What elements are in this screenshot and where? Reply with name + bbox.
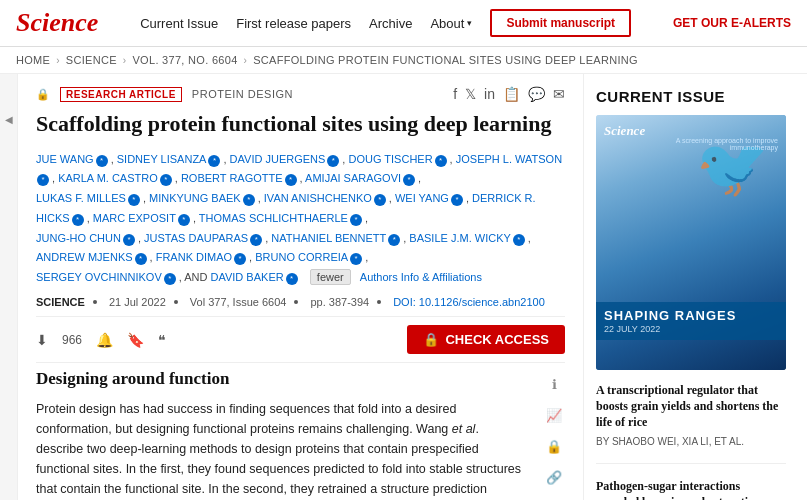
- article-meta-top: 🔒 RESEARCH ARTICLE PROTEIN DESIGN f 𝕏 in…: [36, 86, 565, 102]
- author-badge-14: *: [178, 214, 190, 226]
- author-badge-18: *: [388, 234, 400, 246]
- author-david-j[interactable]: DAVID JUERGENS: [230, 153, 326, 165]
- author-nathaniel[interactable]: NATHANIEL BENNETT: [271, 232, 386, 244]
- link-icon[interactable]: 🔗: [546, 470, 562, 485]
- site-logo[interactable]: Science: [16, 8, 98, 38]
- author-andrew[interactable]: ANDREW MJENKS: [36, 251, 133, 263]
- author-badge-17: *: [250, 234, 262, 246]
- cover-science-logo: Science: [604, 123, 645, 139]
- linkedin-icon[interactable]: in: [484, 86, 495, 102]
- social-icons: f 𝕏 in 📋 💬 ✉: [453, 86, 565, 102]
- breadcrumb-science[interactable]: SCIENCE: [66, 54, 117, 66]
- author-karla[interactable]: KARLA M. CASTRO: [58, 172, 158, 184]
- cover-tagline: A screening approach to improve: [676, 137, 778, 144]
- and-text: AND: [184, 271, 210, 283]
- fewer-button[interactable]: fewer: [310, 269, 351, 285]
- article-volume: Vol 377, Issue 6604: [190, 296, 287, 308]
- nav-first-release[interactable]: First release papers: [236, 16, 351, 31]
- article-info: SCIENCE 21 Jul 2022 Vol 377, Issue 6604 …: [36, 296, 565, 308]
- right-sidebar: CURRENT ISSUE 🐦 Science A screening appr…: [583, 74, 798, 500]
- author-badge-12: *: [451, 194, 463, 206]
- nav-current-issue[interactable]: Current Issue: [140, 16, 218, 31]
- nav-links: Current Issue First release papers Archi…: [140, 9, 631, 37]
- author-joseph[interactable]: JOSEPH L. WATSON: [456, 153, 562, 165]
- author-basile[interactable]: BASILE J.M. WICKY: [409, 232, 510, 244]
- breadcrumb-sep-1: ›: [56, 55, 60, 66]
- chart-icon[interactable]: 📈: [546, 408, 562, 423]
- author-sidney[interactable]: SIDNEY LISANZA: [117, 153, 207, 165]
- bookmark-icon[interactable]: 🔖: [127, 332, 144, 348]
- download-count: 966: [62, 333, 82, 347]
- alerts-link[interactable]: GET OUR E-ALERTS: [673, 16, 791, 30]
- affiliations-link[interactable]: Authors Info & Affiliations: [360, 271, 482, 283]
- author-sergey[interactable]: SERGEY OVCHINNIKOV: [36, 271, 162, 283]
- cover-main-title: SHAPING RANGES: [604, 308, 778, 324]
- author-robert[interactable]: ROBERT RAGOTTE: [181, 172, 283, 184]
- breadcrumb-home[interactable]: HOME: [16, 54, 50, 66]
- nav-archive[interactable]: Archive: [369, 16, 412, 31]
- article-area: 🔒 RESEARCH ARTICLE PROTEIN DESIGN f 𝕏 in…: [18, 74, 583, 500]
- article-body: Designing around function Protein design…: [36, 369, 565, 500]
- cover-title-block: SHAPING RANGES 22 JULY 2022: [596, 302, 786, 340]
- author-marc[interactable]: MARC EXPOSIT: [93, 212, 176, 224]
- author-justas[interactable]: JUSTAS DAUPARAS: [144, 232, 248, 244]
- breadcrumb: HOME › SCIENCE › VOL. 377, NO. 6604 › SC…: [0, 47, 807, 74]
- breadcrumb-vol[interactable]: VOL. 377, NO. 6604: [132, 54, 237, 66]
- reddit-icon[interactable]: 📋: [503, 86, 520, 102]
- submit-manuscript-button[interactable]: Submit manuscript: [490, 9, 631, 37]
- author-badge-16: *: [123, 234, 135, 246]
- email-icon[interactable]: ✉: [553, 86, 565, 102]
- nav-about-container: About ▾: [430, 16, 472, 31]
- doi-link[interactable]: DOI: 10.1126/science.abn2100: [393, 296, 545, 308]
- author-lukas[interactable]: LUKAS F. MILLES: [36, 192, 126, 204]
- author-david-baker[interactable]: DAVID BAKER: [211, 271, 284, 283]
- lock-icon: 🔒: [36, 88, 50, 101]
- cover-subtitle: 22 JULY 2022: [604, 324, 778, 334]
- lock-side-icon[interactable]: 🔒: [546, 439, 562, 454]
- nav-about[interactable]: About: [430, 16, 464, 31]
- author-thomas[interactable]: THOMAS SCHLICHTHAERLE: [199, 212, 348, 224]
- related-article-1-title[interactable]: A transcriptional regulator that boosts …: [596, 382, 786, 431]
- author-jue-wang[interactable]: JUE WANG: [36, 153, 94, 165]
- twitter-icon[interactable]: 𝕏: [465, 86, 476, 102]
- cover-logo-text: Science: [604, 123, 645, 138]
- author-amijai[interactable]: AMIJAI SARAGOVI: [305, 172, 401, 184]
- author-badge-19: *: [513, 234, 525, 246]
- sep-bullet-2: [174, 300, 178, 304]
- current-issue-title: CURRENT ISSUE: [596, 88, 786, 105]
- wechat-icon[interactable]: 💬: [528, 86, 545, 102]
- facebook-icon[interactable]: f: [453, 86, 457, 102]
- author-badge-4: *: [435, 155, 447, 167]
- action-bar: ⬇ 966 🔔 🔖 ❝ 🔒 CHECK ACCESS: [36, 316, 565, 363]
- article-section-title: Designing around function: [36, 369, 529, 389]
- author-bruno[interactable]: BRUNO CORREIA: [255, 251, 348, 263]
- author-ivan[interactable]: IVAN ANISHCHENKO: [264, 192, 372, 204]
- cover-tagline2: immunotherapy: [676, 144, 778, 151]
- download-icon[interactable]: ⬇: [36, 332, 48, 348]
- author-badge-20: *: [135, 253, 147, 265]
- authors: JUE WANG*, SIDNEY LISANZA*, DAVID JUERGE…: [36, 150, 565, 289]
- author-badge-15: *: [350, 214, 362, 226]
- author-frank[interactable]: FRANK DIMAO: [156, 251, 232, 263]
- quote-icon[interactable]: ❝: [158, 332, 166, 348]
- sep-bullet-1: [93, 300, 97, 304]
- author-doug[interactable]: DOUG TISCHER: [348, 153, 432, 165]
- author-badge-21: *: [234, 253, 246, 265]
- author-minkyung[interactable]: MINKYUNG BAEK: [149, 192, 241, 204]
- related-article-2-title[interactable]: Pathogen-sugar interactions revealed by …: [596, 478, 786, 500]
- author-badge-24: *: [286, 273, 298, 285]
- author-badge-13: *: [72, 214, 84, 226]
- sidebar-expand-icon[interactable]: ◀: [3, 114, 14, 125]
- check-access-label: CHECK ACCESS: [445, 332, 549, 347]
- bell-icon[interactable]: 🔔: [96, 332, 113, 348]
- cover-inner: 🐦 Science A screening approach to improv…: [596, 115, 786, 370]
- issue-cover[interactable]: 🐦 Science A screening approach to improv…: [596, 115, 786, 370]
- check-access-button[interactable]: 🔒 CHECK ACCESS: [407, 325, 565, 354]
- author-badge-8: *: [403, 174, 415, 186]
- author-badge-7: *: [285, 174, 297, 186]
- author-badge-6: *: [160, 174, 172, 186]
- info-icon[interactable]: ℹ: [552, 377, 557, 392]
- author-jung[interactable]: JUNG-HO CHUN: [36, 232, 121, 244]
- article-pages: pp. 387-394: [310, 296, 369, 308]
- author-wei[interactable]: WEI YANG: [395, 192, 449, 204]
